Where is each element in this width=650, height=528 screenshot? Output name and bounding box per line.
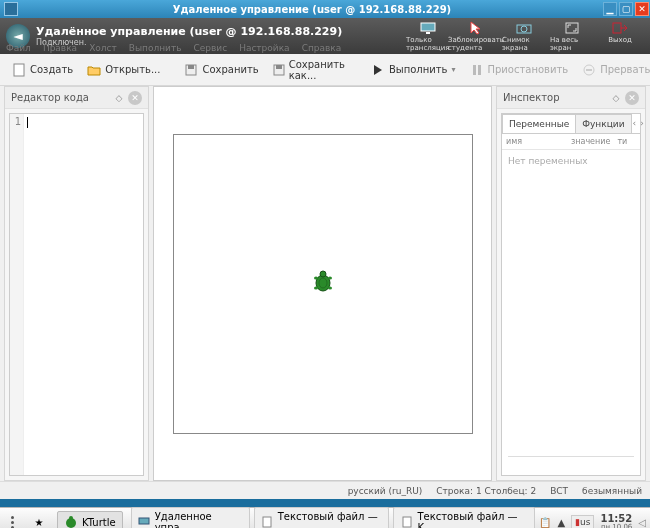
pointer-icon bbox=[468, 21, 484, 35]
tab-scroll-right[interactable]: › bbox=[638, 114, 646, 133]
taskbar-item-text1[interactable]: Текстовый файл — ... bbox=[254, 507, 390, 528]
svg-rect-9 bbox=[188, 65, 194, 69]
tab-functions[interactable]: Функции bbox=[575, 114, 631, 133]
text-file-icon bbox=[400, 515, 413, 528]
statusbar: русский (ru_RU) Строка: 1 Столбец: 2 ВСТ… bbox=[0, 481, 650, 499]
system-tray: 📋 ▲ ▮us 11:52 пн 10.06 ◁ bbox=[539, 514, 646, 529]
fullscreen-icon bbox=[564, 21, 580, 35]
monitor-icon bbox=[138, 515, 151, 528]
text-cursor bbox=[27, 117, 28, 128]
system-taskbar: ★ KTurtle Удаленное упра... Текстовый фа… bbox=[0, 507, 650, 528]
pause-icon bbox=[470, 63, 484, 77]
favorites-button[interactable]: ★ bbox=[25, 511, 53, 528]
pause-button[interactable]: Приостановить bbox=[464, 59, 575, 81]
save-as-icon bbox=[273, 63, 285, 77]
inspector-panel: Инспектор ◇ ✕ Переменные Функции ‹ › имя… bbox=[496, 86, 646, 481]
svg-point-18 bbox=[320, 271, 326, 277]
stop-button[interactable]: Прервать bbox=[576, 59, 650, 81]
outer-window-title: Удаленное управление (user @ 192.168.88.… bbox=[22, 4, 602, 15]
lock-student-button[interactable]: Заблокировать студента bbox=[452, 19, 500, 54]
outer-maximize-button[interactable]: ▢ bbox=[619, 2, 633, 16]
canvas-area bbox=[153, 86, 492, 481]
remote-title: Удалённое управление (user @ 192.168.88.… bbox=[36, 25, 342, 38]
status-cursor-position: Строка: 1 Столбец: 2 bbox=[436, 486, 536, 496]
svg-rect-7 bbox=[14, 64, 24, 76]
code-editor-panel: Редактор кода ◇ ✕ 1 bbox=[4, 86, 149, 481]
svg-marker-12 bbox=[374, 65, 382, 75]
turtle-icon bbox=[64, 515, 78, 528]
system-clock[interactable]: 11:52 пн 10.06 bbox=[600, 514, 632, 529]
svg-rect-11 bbox=[276, 65, 282, 69]
tab-scroll-left[interactable]: ‹ bbox=[631, 114, 639, 133]
svg-point-20 bbox=[328, 276, 332, 279]
save-as-button[interactable]: Сохранить как... bbox=[267, 55, 353, 85]
star-icon: ★ bbox=[32, 515, 46, 528]
tab-variables[interactable]: Переменные bbox=[502, 114, 576, 133]
text-file-icon bbox=[261, 515, 274, 528]
save-icon bbox=[184, 63, 198, 77]
svg-point-4 bbox=[521, 26, 527, 32]
turtle-icon bbox=[312, 270, 334, 298]
taskbar-item-text2[interactable]: Текстовый файл — K... bbox=[393, 507, 535, 528]
folder-open-icon bbox=[87, 63, 101, 77]
open-button[interactable]: Открыть... bbox=[81, 59, 166, 81]
outer-close-button[interactable]: ✕ bbox=[635, 2, 649, 16]
outer-minimize-button[interactable]: ▁ bbox=[603, 2, 617, 16]
svg-rect-28 bbox=[403, 517, 411, 527]
app-menubar: ФайлПравкаХолстВыполнитьСервисНастройкаС… bbox=[6, 43, 353, 53]
editor-close-button[interactable]: ✕ bbox=[128, 91, 142, 105]
exit-button[interactable]: Выход bbox=[596, 19, 644, 54]
inspector-undock-button[interactable]: ◇ bbox=[609, 91, 623, 105]
broadcast-only-button[interactable]: Только трансляция bbox=[404, 19, 452, 54]
camera-icon bbox=[516, 21, 532, 35]
status-locale: русский (ru_RU) bbox=[348, 486, 423, 496]
exit-icon bbox=[612, 21, 628, 35]
screenshot-button[interactable]: Снимок экрана bbox=[500, 19, 548, 54]
play-icon bbox=[371, 63, 385, 77]
tray-overflow-button[interactable]: ◁ bbox=[638, 517, 646, 528]
variables-table-header: имя значение ти bbox=[502, 134, 640, 150]
svg-point-21 bbox=[314, 286, 318, 289]
new-file-icon bbox=[12, 63, 26, 77]
status-document-name: безымянный bbox=[582, 486, 642, 496]
outer-window-titlebar: Удаленное управление (user @ 192.168.88.… bbox=[0, 0, 650, 18]
kturtle-app: Создать Открыть... Сохранить Сохранить к… bbox=[0, 54, 650, 499]
svg-marker-2 bbox=[471, 22, 480, 34]
taskbar-item-remote[interactable]: Удаленное упра... bbox=[131, 507, 250, 528]
remote-control-bar: ◄ Удалённое управление (user @ 192.168.8… bbox=[0, 18, 650, 54]
save-button[interactable]: Сохранить bbox=[178, 59, 264, 81]
code-editor[interactable]: 1 bbox=[9, 113, 144, 476]
svg-rect-27 bbox=[263, 517, 271, 527]
inspector-panel-title: Инспектор bbox=[503, 92, 607, 103]
svg-rect-6 bbox=[613, 23, 621, 33]
start-menu-button[interactable] bbox=[4, 512, 21, 529]
monitor-icon bbox=[420, 21, 436, 35]
inspector-close-button[interactable]: ✕ bbox=[625, 91, 639, 105]
main-toolbar: Создать Открыть... Сохранить Сохранить к… bbox=[0, 54, 650, 86]
editor-undock-button[interactable]: ◇ bbox=[112, 91, 126, 105]
svg-point-25 bbox=[69, 516, 73, 520]
svg-rect-14 bbox=[478, 65, 481, 75]
tray-up-icon[interactable]: ▲ bbox=[557, 517, 565, 528]
svg-point-22 bbox=[328, 286, 332, 289]
svg-rect-26 bbox=[139, 518, 149, 524]
taskbar-item-kturtle[interactable]: KTurtle bbox=[57, 511, 123, 528]
window-app-icon bbox=[4, 2, 18, 16]
editor-panel-title: Редактор кода bbox=[11, 92, 110, 103]
keyboard-layout-indicator[interactable]: ▮us bbox=[571, 515, 594, 528]
svg-point-19 bbox=[314, 276, 318, 279]
status-insert-mode: ВСТ bbox=[550, 486, 568, 496]
svg-rect-1 bbox=[426, 32, 430, 34]
line-gutter: 1 bbox=[10, 114, 24, 475]
fullscreen-button[interactable]: На весь экран bbox=[548, 19, 596, 54]
stop-icon bbox=[582, 63, 596, 77]
drawing-canvas[interactable] bbox=[173, 134, 473, 434]
run-button[interactable]: Выполнить▾ bbox=[365, 59, 462, 81]
variables-empty-message: Нет переменных bbox=[502, 150, 640, 172]
new-button[interactable]: Создать bbox=[6, 59, 79, 81]
svg-rect-13 bbox=[473, 65, 476, 75]
svg-rect-16 bbox=[586, 69, 592, 71]
tray-clipboard-icon[interactable]: 📋 bbox=[539, 517, 551, 528]
svg-rect-0 bbox=[421, 23, 435, 31]
